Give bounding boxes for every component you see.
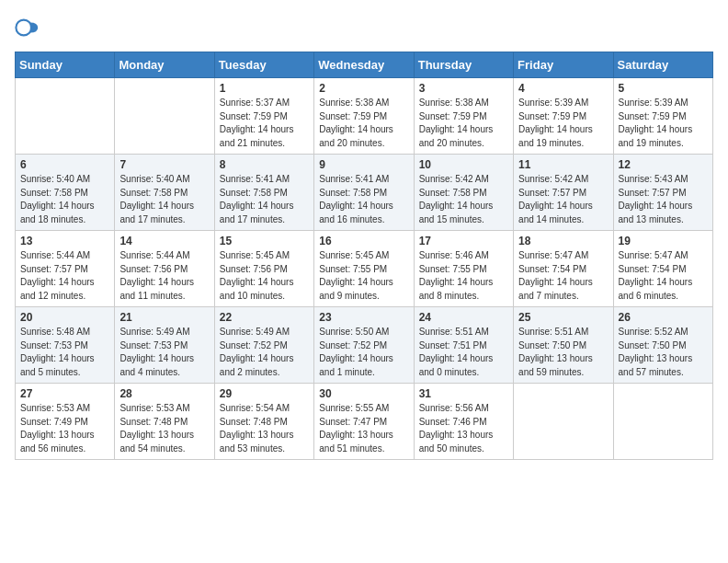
day-number: 18 <box>518 235 608 247</box>
day-number: 21 <box>119 311 209 324</box>
weekday-header-wednesday: Wednesday <box>314 52 414 78</box>
day-number: 22 <box>220 311 309 324</box>
calendar-cell: 1 Sunrise: 5:37 AM Sunset: 7:59 PM Dayli… <box>214 78 313 155</box>
weekday-header-friday: Friday <box>514 52 613 78</box>
calendar-cell: 29 Sunrise: 5:54 AM Sunset: 7:48 PM Dayl… <box>214 384 313 460</box>
day-info: Sunrise: 5:55 AM Sunset: 7:47 PM Dayligh… <box>319 402 408 455</box>
weekday-header-thursday: Thursday <box>414 52 513 78</box>
day-info: Sunrise: 5:42 AM Sunset: 7:58 PM Dayligh… <box>419 173 508 226</box>
day-info: Sunrise: 5:44 AM Sunset: 7:56 PM Dayligh… <box>119 249 209 303</box>
day-info: Sunrise: 5:47 AM Sunset: 7:54 PM Dayligh… <box>619 249 708 303</box>
calendar-cell: 15 Sunrise: 5:45 AM Sunset: 7:56 PM Dayl… <box>214 231 313 307</box>
calendar-cell: 5 Sunrise: 5:39 AM Sunset: 7:59 PM Dayli… <box>613 78 712 155</box>
calendar-cell: 12 Sunrise: 5:43 AM Sunset: 7:57 PM Dayl… <box>613 155 712 231</box>
calendar-cell: 17 Sunrise: 5:46 AM Sunset: 7:55 PM Dayl… <box>414 231 513 307</box>
day-number: 11 <box>518 158 608 171</box>
calendar-cell: 16 Sunrise: 5:45 AM Sunset: 7:55 PM Dayl… <box>314 231 414 307</box>
day-info: Sunrise: 5:39 AM Sunset: 7:59 PM Dayligh… <box>518 97 608 150</box>
day-number: 7 <box>119 158 209 171</box>
day-number: 16 <box>319 235 408 247</box>
calendar-cell: 11 Sunrise: 5:42 AM Sunset: 7:57 PM Dayl… <box>514 155 613 231</box>
day-number: 27 <box>20 387 109 400</box>
day-info: Sunrise: 5:45 AM Sunset: 7:56 PM Dayligh… <box>220 249 309 303</box>
calendar-cell: 19 Sunrise: 5:47 AM Sunset: 7:54 PM Dayl… <box>613 231 712 307</box>
day-number: 15 <box>220 235 309 247</box>
day-info: Sunrise: 5:48 AM Sunset: 7:53 PM Dayligh… <box>20 326 109 379</box>
calendar-cell: 30 Sunrise: 5:55 AM Sunset: 7:47 PM Dayl… <box>314 384 414 460</box>
calendar-cell: 18 Sunrise: 5:47 AM Sunset: 7:54 PM Dayl… <box>514 231 613 307</box>
day-info: Sunrise: 5:54 AM Sunset: 7:48 PM Dayligh… <box>220 402 309 455</box>
calendar-cell: 26 Sunrise: 5:52 AM Sunset: 7:50 PM Dayl… <box>613 307 712 384</box>
weekday-header-saturday: Saturday <box>613 52 712 78</box>
day-info: Sunrise: 5:39 AM Sunset: 7:59 PM Dayligh… <box>619 97 708 150</box>
day-number: 4 <box>518 82 608 95</box>
day-number: 13 <box>20 235 109 247</box>
weekday-header-monday: Monday <box>115 52 214 78</box>
calendar-table: SundayMondayTuesdayWednesdayThursdayFrid… <box>15 52 713 460</box>
day-info: Sunrise: 5:40 AM Sunset: 7:58 PM Dayligh… <box>119 173 209 226</box>
day-info: Sunrise: 5:45 AM Sunset: 7:55 PM Dayligh… <box>319 249 408 303</box>
calendar-cell: 4 Sunrise: 5:39 AM Sunset: 7:59 PM Dayli… <box>514 78 613 155</box>
day-number: 28 <box>119 387 209 400</box>
calendar-cell: 14 Sunrise: 5:44 AM Sunset: 7:56 PM Dayl… <box>115 231 214 307</box>
calendar-cell: 27 Sunrise: 5:53 AM Sunset: 7:49 PM Dayl… <box>16 384 115 460</box>
weekday-header-sunday: Sunday <box>16 52 115 78</box>
day-number: 19 <box>619 235 708 247</box>
day-number: 29 <box>220 387 309 400</box>
calendar-cell: 9 Sunrise: 5:41 AM Sunset: 7:58 PM Dayli… <box>314 155 414 231</box>
page-header <box>15 15 713 40</box>
day-info: Sunrise: 5:47 AM Sunset: 7:54 PM Dayligh… <box>518 249 608 303</box>
day-number: 10 <box>419 158 508 171</box>
day-number: 26 <box>619 311 708 324</box>
calendar-cell <box>613 384 712 460</box>
day-number: 23 <box>319 311 408 324</box>
day-number: 6 <box>20 158 109 171</box>
day-number: 12 <box>619 158 708 171</box>
day-info: Sunrise: 5:56 AM Sunset: 7:46 PM Dayligh… <box>419 402 508 455</box>
day-number: 20 <box>20 311 109 324</box>
day-number: 8 <box>220 158 309 171</box>
calendar-cell <box>115 78 214 155</box>
calendar-cell: 28 Sunrise: 5:53 AM Sunset: 7:48 PM Dayl… <box>115 384 214 460</box>
day-number: 3 <box>419 82 508 95</box>
day-number: 9 <box>319 158 408 171</box>
day-info: Sunrise: 5:52 AM Sunset: 7:50 PM Dayligh… <box>619 326 708 379</box>
day-number: 24 <box>419 311 508 324</box>
day-info: Sunrise: 5:44 AM Sunset: 7:57 PM Dayligh… <box>20 249 109 303</box>
calendar-cell: 7 Sunrise: 5:40 AM Sunset: 7:58 PM Dayli… <box>115 155 214 231</box>
day-number: 30 <box>319 387 408 400</box>
calendar-cell: 8 Sunrise: 5:41 AM Sunset: 7:58 PM Dayli… <box>214 155 313 231</box>
day-number: 1 <box>220 82 309 95</box>
calendar-cell: 20 Sunrise: 5:48 AM Sunset: 7:53 PM Dayl… <box>16 307 115 384</box>
calendar-cell: 3 Sunrise: 5:38 AM Sunset: 7:59 PM Dayli… <box>414 78 513 155</box>
calendar-cell <box>514 384 613 460</box>
day-number: 14 <box>119 235 209 247</box>
day-number: 31 <box>419 387 508 400</box>
day-info: Sunrise: 5:40 AM Sunset: 7:58 PM Dayligh… <box>20 173 109 226</box>
calendar-cell: 25 Sunrise: 5:51 AM Sunset: 7:50 PM Dayl… <box>514 307 613 384</box>
day-number: 5 <box>619 82 708 95</box>
day-info: Sunrise: 5:38 AM Sunset: 7:59 PM Dayligh… <box>419 97 508 150</box>
calendar-cell: 10 Sunrise: 5:42 AM Sunset: 7:58 PM Dayl… <box>414 155 513 231</box>
day-info: Sunrise: 5:53 AM Sunset: 7:49 PM Dayligh… <box>20 402 109 455</box>
weekday-header-tuesday: Tuesday <box>214 52 313 78</box>
day-info: Sunrise: 5:51 AM Sunset: 7:51 PM Dayligh… <box>419 326 508 379</box>
day-info: Sunrise: 5:43 AM Sunset: 7:57 PM Dayligh… <box>619 173 708 226</box>
day-info: Sunrise: 5:41 AM Sunset: 7:58 PM Dayligh… <box>319 173 408 226</box>
calendar-cell: 2 Sunrise: 5:38 AM Sunset: 7:59 PM Dayli… <box>314 78 414 155</box>
svg-point-0 <box>16 20 31 36</box>
day-number: 25 <box>518 311 608 324</box>
day-info: Sunrise: 5:53 AM Sunset: 7:48 PM Dayligh… <box>119 402 209 455</box>
day-info: Sunrise: 5:46 AM Sunset: 7:55 PM Dayligh… <box>419 249 508 303</box>
day-info: Sunrise: 5:49 AM Sunset: 7:52 PM Dayligh… <box>220 326 309 379</box>
day-info: Sunrise: 5:51 AM Sunset: 7:50 PM Dayligh… <box>518 326 608 379</box>
calendar-cell: 21 Sunrise: 5:49 AM Sunset: 7:53 PM Dayl… <box>115 307 214 384</box>
day-info: Sunrise: 5:42 AM Sunset: 7:57 PM Dayligh… <box>518 173 608 226</box>
logo-icon <box>15 15 40 40</box>
day-info: Sunrise: 5:38 AM Sunset: 7:59 PM Dayligh… <box>319 97 408 150</box>
day-number: 17 <box>419 235 508 247</box>
day-info: Sunrise: 5:41 AM Sunset: 7:58 PM Dayligh… <box>220 173 309 226</box>
day-info: Sunrise: 5:49 AM Sunset: 7:53 PM Dayligh… <box>119 326 209 379</box>
logo <box>15 15 44 40</box>
calendar-cell: 24 Sunrise: 5:51 AM Sunset: 7:51 PM Dayl… <box>414 307 513 384</box>
